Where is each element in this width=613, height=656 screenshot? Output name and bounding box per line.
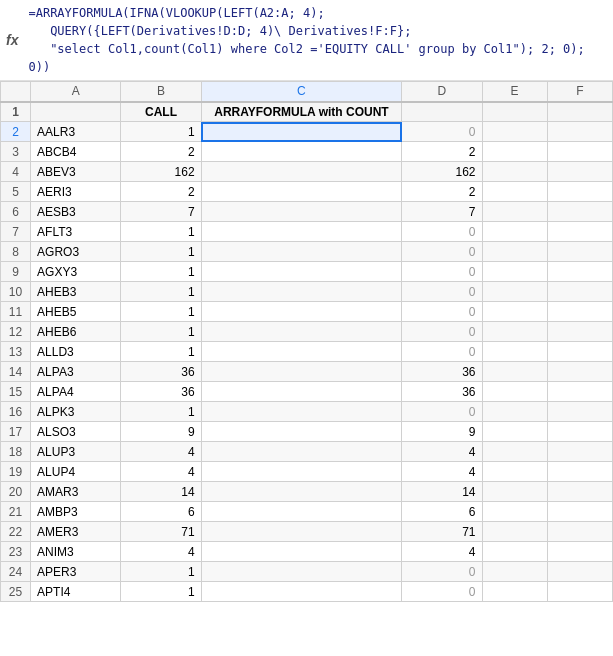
cell-f6[interactable] <box>547 202 612 222</box>
cell-f11[interactable] <box>547 302 612 322</box>
cell-f9[interactable] <box>547 262 612 282</box>
cell-c16[interactable] <box>201 402 402 422</box>
cell-b6[interactable]: 7 <box>121 202 201 222</box>
col-f-header[interactable]: F <box>547 82 612 102</box>
cell-b25[interactable]: 1 <box>121 582 201 602</box>
cell-c13[interactable] <box>201 342 402 362</box>
cell-f21[interactable] <box>547 502 612 522</box>
cell-b14[interactable]: 36 <box>121 362 201 382</box>
cell-e17[interactable] <box>482 422 547 442</box>
cell-b9[interactable]: 1 <box>121 262 201 282</box>
cell-c25[interactable] <box>201 582 402 602</box>
cell-b24[interactable]: 1 <box>121 562 201 582</box>
cell-c20[interactable] <box>201 482 402 502</box>
cell-a11[interactable]: AHEB5 <box>31 302 121 322</box>
cell-b20[interactable]: 14 <box>121 482 201 502</box>
cell-d19[interactable]: 4 <box>402 462 482 482</box>
cell-e14[interactable] <box>482 362 547 382</box>
cell-d24[interactable]: 0 <box>402 562 482 582</box>
cell-e6[interactable] <box>482 202 547 222</box>
cell-a13[interactable]: ALLD3 <box>31 342 121 362</box>
cell-a3[interactable]: ABCB4 <box>31 142 121 162</box>
cell-b10[interactable]: 1 <box>121 282 201 302</box>
cell-c19[interactable] <box>201 462 402 482</box>
cell-b12[interactable]: 1 <box>121 322 201 342</box>
cell-f10[interactable] <box>547 282 612 302</box>
cell-f22[interactable] <box>547 522 612 542</box>
cell-d25[interactable]: 0 <box>402 582 482 602</box>
cell-b4[interactable]: 162 <box>121 162 201 182</box>
cell-b21[interactable]: 6 <box>121 502 201 522</box>
cell-a18[interactable]: ALUP3 <box>31 442 121 462</box>
cell-a17[interactable]: ALSO3 <box>31 422 121 442</box>
cell-f13[interactable] <box>547 342 612 362</box>
cell-f4[interactable] <box>547 162 612 182</box>
cell-b18[interactable]: 4 <box>121 442 201 462</box>
cell-d16[interactable]: 0 <box>402 402 482 422</box>
cell-e23[interactable] <box>482 542 547 562</box>
cell-e4[interactable] <box>482 162 547 182</box>
cell-e19[interactable] <box>482 462 547 482</box>
cell-a16[interactable]: ALPK3 <box>31 402 121 422</box>
cell-b5[interactable]: 2 <box>121 182 201 202</box>
cell-a6[interactable]: AESB3 <box>31 202 121 222</box>
cell-f14[interactable] <box>547 362 612 382</box>
cell-c9[interactable] <box>201 262 402 282</box>
cell-e24[interactable] <box>482 562 547 582</box>
cell-c14[interactable] <box>201 362 402 382</box>
cell-c5[interactable] <box>201 182 402 202</box>
cell-e1[interactable] <box>482 102 547 122</box>
cell-c10[interactable] <box>201 282 402 302</box>
cell-a14[interactable]: ALPA3 <box>31 362 121 382</box>
col-d-header[interactable]: D <box>402 82 482 102</box>
cell-f2[interactable] <box>547 122 612 142</box>
cell-b17[interactable]: 9 <box>121 422 201 442</box>
cell-d21[interactable]: 6 <box>402 502 482 522</box>
cell-f18[interactable] <box>547 442 612 462</box>
cell-f8[interactable] <box>547 242 612 262</box>
cell-f1[interactable] <box>547 102 612 122</box>
cell-b16[interactable]: 1 <box>121 402 201 422</box>
cell-c8[interactable] <box>201 242 402 262</box>
cell-b22[interactable]: 71 <box>121 522 201 542</box>
cell-e20[interactable] <box>482 482 547 502</box>
cell-c12[interactable] <box>201 322 402 342</box>
cell-a7[interactable]: AFLT3 <box>31 222 121 242</box>
cell-e11[interactable] <box>482 302 547 322</box>
cell-d4[interactable]: 162 <box>402 162 482 182</box>
cell-d5[interactable]: 2 <box>402 182 482 202</box>
cell-d14[interactable]: 36 <box>402 362 482 382</box>
cell-a19[interactable]: ALUP4 <box>31 462 121 482</box>
cell-b13[interactable]: 1 <box>121 342 201 362</box>
cell-d7[interactable]: 0 <box>402 222 482 242</box>
cell-c6[interactable] <box>201 202 402 222</box>
cell-d12[interactable]: 0 <box>402 322 482 342</box>
cell-f7[interactable] <box>547 222 612 242</box>
cell-c3[interactable] <box>201 142 402 162</box>
cell-f17[interactable] <box>547 422 612 442</box>
cell-e18[interactable] <box>482 442 547 462</box>
cell-b1[interactable]: CALL <box>121 102 201 122</box>
cell-f20[interactable] <box>547 482 612 502</box>
cell-a23[interactable]: ANIM3 <box>31 542 121 562</box>
cell-f19[interactable] <box>547 462 612 482</box>
cell-c11[interactable] <box>201 302 402 322</box>
cell-f24[interactable] <box>547 562 612 582</box>
cell-e8[interactable] <box>482 242 547 262</box>
cell-e12[interactable] <box>482 322 547 342</box>
cell-e5[interactable] <box>482 182 547 202</box>
cell-e9[interactable] <box>482 262 547 282</box>
cell-c23[interactable] <box>201 542 402 562</box>
cell-c15[interactable] <box>201 382 402 402</box>
cell-a12[interactable]: AHEB6 <box>31 322 121 342</box>
cell-b23[interactable]: 4 <box>121 542 201 562</box>
cell-f3[interactable] <box>547 142 612 162</box>
cell-c1[interactable]: ARRAYFORMULA with COUNT <box>201 102 402 122</box>
cell-d22[interactable]: 71 <box>402 522 482 542</box>
cell-e3[interactable] <box>482 142 547 162</box>
cell-a15[interactable]: ALPA4 <box>31 382 121 402</box>
cell-f15[interactable] <box>547 382 612 402</box>
cell-d3[interactable]: 2 <box>402 142 482 162</box>
cell-d6[interactable]: 7 <box>402 202 482 222</box>
cell-c4[interactable] <box>201 162 402 182</box>
